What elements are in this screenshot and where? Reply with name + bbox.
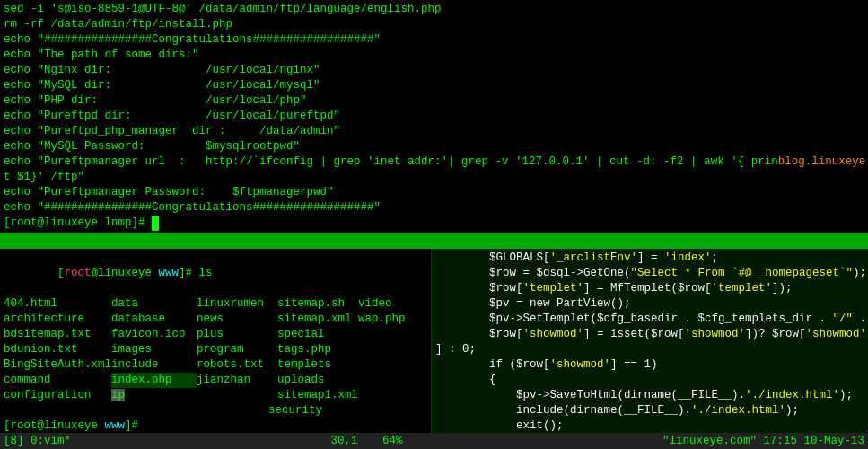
code-line-9: { (435, 373, 864, 388)
ls-item: sitemap1.xml (277, 388, 358, 403)
ls-item: images (111, 342, 197, 357)
cmd-line-8: echo "Pureftpd dir: /usr/local/pureftpd" (4, 109, 864, 124)
code-line-12: exit(); (435, 418, 864, 433)
right-pane: $GLOBALS['_arclistEnv'] = 'index'; $row … (431, 249, 868, 433)
vim-pos: 30,1 (330, 435, 357, 447)
ls-item: jianzhan (197, 373, 277, 388)
code-line-6: $row['showmod'] = isset($row['showmod'])… (435, 327, 864, 342)
blog-url: blog.linuxeye.com (778, 155, 868, 168)
code-line-8: if ($row['showmod'] == 1) (435, 357, 864, 373)
code-line-5: $pv->SetTemplet($cfg_basedir . $cfg_temp… (435, 312, 864, 327)
ls-item: sitemap.xml (277, 312, 358, 327)
cmd-line-10: echo "MySQL Password: $mysqlrootpwd" (4, 139, 864, 154)
ls-col-5: video wap.php (358, 296, 421, 403)
cmd-line-3: echo "################Congratulations###… (4, 32, 864, 48)
split-view: [root@linuxeye www]# ls 404.html archite… (0, 249, 868, 433)
cmd-line-1: sed -i 's@iso-8859-1@UTF-8@' /data/admin… (4, 2, 864, 17)
ls-col-2: data database favicon.ico images include… (111, 296, 197, 403)
ls-item: plus (197, 327, 277, 342)
code-line-7: ] : 0; (435, 342, 864, 357)
ls-item-selected: index.php (111, 373, 197, 388)
code-line-4: $pv = new PartView(); (435, 296, 864, 312)
vim-divider-bar (0, 233, 868, 249)
ls-item: special (277, 327, 358, 342)
ls-item: configuration (4, 388, 111, 403)
ls-item: program (197, 342, 277, 357)
ls-extra-3 (188, 403, 268, 418)
prompt-line-left-1: [root@linuxeye www]# (4, 418, 427, 433)
ls-item: favicon.ico (111, 327, 197, 342)
ls-item: uploads (277, 373, 358, 388)
ls-extra-5 (345, 403, 408, 418)
ls-extra-1 (4, 403, 102, 418)
ls-extra-2 (102, 403, 188, 418)
ls-item: bdunion.txt (4, 342, 111, 357)
code-line-10: $pv->SaveToHtml(dirname(__FILE__).'./ind… (435, 388, 864, 403)
ls-item: command (4, 373, 111, 388)
cmd-line-4: echo "The path of some dirs:" (4, 48, 864, 63)
ls-item: news (197, 312, 277, 327)
ls-item: ip (111, 388, 197, 403)
ls-col-1: 404.html architecture bdsitemap.txt bdun… (4, 296, 111, 403)
cmd-line-5: echo "Nginx dir: /usr/local/nginx" (4, 63, 864, 78)
code-line-1: $GLOBALS['_arclistEnv'] = 'index'; (435, 251, 864, 266)
cmd-line-14: echo "################Congratulations###… (4, 200, 864, 216)
code-line-2: $row = $dsql->GetOne("Select * From `#@_… (435, 266, 864, 281)
vim-status-bar: [8] 0:vim* 30,1 64% "linuxeye.com" 17:15… (0, 433, 868, 449)
ls-item: linuxrumen (197, 296, 277, 312)
ls-item: BingSiteAuth.xml (4, 357, 111, 373)
cmd-line-12: t $1}'`/ftp" (4, 170, 864, 185)
ls-item: include (111, 357, 197, 373)
prompt-line-top: [root@linuxeye lnmp]# (4, 216, 864, 231)
code-line-3: $row['templet'] = MfTemplet($row['temple… (435, 281, 864, 296)
cmd-line-6: echo "MySQL dir: /usr/local/mysql" (4, 78, 864, 93)
ls-item: data (111, 296, 197, 312)
ls-item: robots.txt (197, 357, 277, 373)
terminal-window: sed -i 's@iso-8859-1@UTF-8@' /data/admin… (0, 0, 868, 449)
ls-prompt: [root@linuxeye www]# ls (4, 251, 427, 296)
vim-file-label: "linuxeye.com" 17:15 10-May-13 (662, 433, 864, 449)
vim-pct: 64% (382, 435, 403, 447)
ls-extra-row: security (4, 403, 427, 418)
ls-col-3: linuxrumen news plus program robots.txt … (197, 296, 277, 403)
ls-extra-4: security (268, 403, 345, 418)
vim-mode-label: [8] 0:vim* (4, 433, 71, 449)
ls-item: templets (277, 357, 358, 373)
cmd-line-13: echo "Pureftpmanager Password: $ftpmanag… (4, 185, 864, 200)
code-line-11: include(dirname(__FILE__).'./index.html'… (435, 403, 864, 418)
ls-item: architecture (4, 312, 111, 327)
left-pane: [root@linuxeye www]# ls 404.html archite… (0, 249, 431, 433)
ls-item: bdsitemap.txt (4, 327, 111, 342)
ls-item: video (358, 296, 421, 312)
ls-item: 404.html (4, 296, 111, 312)
cmd-line-11: echo "Pureftpmanager url : http://`ifcon… (4, 154, 864, 170)
ls-output: 404.html architecture bdsitemap.txt bdun… (4, 296, 427, 403)
ls-item: wap.php (358, 312, 421, 327)
ls-col-4: sitemap.sh sitemap.xml special tags.php … (277, 296, 358, 403)
vim-file-info: 30,1 64% (330, 433, 402, 449)
ls-item: sitemap.sh (277, 296, 358, 312)
ls-item: tags.php (277, 342, 358, 357)
ls-item: database (111, 312, 197, 327)
cmd-line-9: echo "Pureftpd_php_manager dir : /data/a… (4, 124, 864, 139)
cmd-line-7: echo "PHP dir: /usr/local/php" (4, 93, 864, 109)
top-command-history: sed -i 's@iso-8859-1@UTF-8@' /data/admin… (0, 0, 868, 233)
cmd-line-2: rm -rf /data/admin/ftp/install.php (4, 17, 864, 32)
